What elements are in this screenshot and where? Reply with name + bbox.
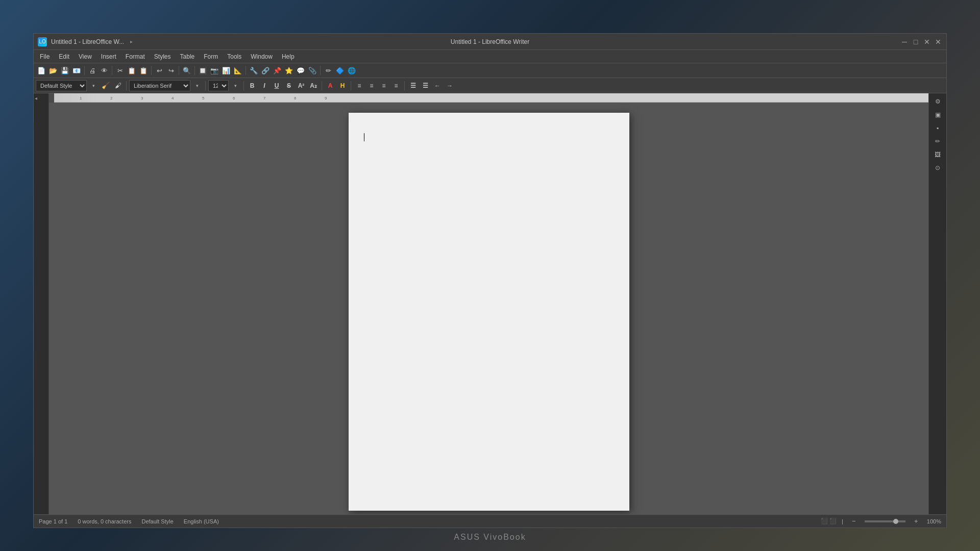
- toolbar-separator-5: [194, 66, 195, 75]
- align-left-button[interactable]: ≡: [354, 80, 365, 91]
- font-color-button[interactable]: A: [325, 80, 336, 91]
- edit-panel-button[interactable]: ✏: [932, 135, 944, 147]
- menu-tools[interactable]: Tools: [223, 52, 246, 62]
- word-count: 0 words, 0 characters: [78, 518, 131, 524]
- styles-panel-button[interactable]: ▪: [932, 122, 944, 134]
- view-mode-icons: ⬛ ⬛: [821, 518, 837, 524]
- open-button[interactable]: 📂: [47, 65, 59, 76]
- style-select[interactable]: Default Style: [36, 80, 87, 91]
- menu-file[interactable]: File: [36, 52, 54, 62]
- format-separator-2: [205, 81, 206, 90]
- highlight-color-button[interactable]: H: [337, 80, 348, 91]
- underline-button[interactable]: U: [271, 80, 282, 91]
- draw-pen-button[interactable]: ✏: [323, 65, 334, 76]
- navigator-button[interactable]: ⊙: [932, 162, 944, 174]
- clip-button[interactable]: 📎: [307, 65, 318, 76]
- pages-button[interactable]: ▣: [932, 109, 944, 121]
- indent-dec-button[interactable]: ←: [432, 80, 443, 91]
- zoom-slider[interactable]: [865, 520, 905, 522]
- find-button[interactable]: 🔍: [181, 65, 192, 76]
- toolbar-separator-4: [179, 66, 179, 75]
- svg-text:9: 9: [325, 96, 327, 101]
- svg-text:5: 5: [202, 96, 205, 101]
- menu-styles[interactable]: Styles: [150, 52, 175, 62]
- new-button[interactable]: 📄: [36, 65, 47, 76]
- globe-button[interactable]: 🌐: [346, 65, 357, 76]
- align-right-button[interactable]: ≡: [378, 80, 389, 91]
- preview-button[interactable]: 👁: [99, 65, 110, 76]
- svg-text:6: 6: [233, 96, 235, 101]
- strikethrough-button[interactable]: S: [283, 80, 295, 91]
- app-icon-label: LO: [39, 39, 45, 44]
- document-page[interactable]: [349, 113, 629, 511]
- chart-button[interactable]: 📊: [220, 65, 232, 76]
- indent-inc-button[interactable]: →: [444, 80, 455, 91]
- link-button[interactable]: 🔗: [260, 65, 271, 76]
- status-separator: |: [842, 518, 843, 524]
- star-button[interactable]: ⭐: [283, 65, 295, 76]
- font-more-btn[interactable]: ▾: [191, 80, 203, 91]
- redo-button[interactable]: ↪: [165, 65, 177, 76]
- toolbar-separator-7: [320, 66, 321, 75]
- tools-button[interactable]: 🔧: [248, 65, 259, 76]
- svg-text:3: 3: [141, 96, 143, 101]
- clear-format-btn[interactable]: 🧹: [100, 80, 111, 91]
- sidebar-left: ◂: [34, 93, 49, 514]
- menu-window[interactable]: Window: [247, 52, 277, 62]
- numbering-button[interactable]: ☰: [420, 80, 431, 91]
- menu-form[interactable]: Form: [200, 52, 222, 62]
- doc-scroll[interactable]: [49, 103, 928, 514]
- ruler-inner: 1 2 3 4 5 6 7 8 9: [54, 93, 928, 102]
- close-x-button[interactable]: ✕: [934, 38, 942, 46]
- image-button[interactable]: 📷: [209, 65, 220, 76]
- doc-area: 1 2 3 4 5 6 7 8 9: [49, 93, 928, 514]
- undo-button[interactable]: ↩: [154, 65, 165, 76]
- cut-button[interactable]: ✂: [114, 65, 126, 76]
- window-controls: ─ □ ✕ ✕: [900, 38, 942, 46]
- subscript-button[interactable]: A₂: [308, 80, 319, 91]
- page-count: Page 1 of 1: [39, 518, 67, 524]
- save-button[interactable]: 💾: [59, 65, 70, 76]
- status-bar: Page 1 of 1 0 words, 0 characters Defaul…: [34, 514, 946, 528]
- superscript-button[interactable]: A²: [296, 80, 307, 91]
- bookmark-button[interactable]: 📌: [272, 65, 283, 76]
- sidebar-toggle[interactable]: ◂: [34, 93, 48, 103]
- copy-button[interactable]: 📋: [126, 65, 137, 76]
- menu-view[interactable]: View: [75, 52, 96, 62]
- zoom-out-button[interactable]: −: [848, 516, 860, 527]
- properties-button[interactable]: ⚙: [932, 95, 944, 108]
- menu-table[interactable]: Table: [176, 52, 199, 62]
- zoom-in-button[interactable]: +: [911, 516, 922, 527]
- menu-insert[interactable]: Insert: [97, 52, 120, 62]
- style-more-btn[interactable]: ▾: [88, 80, 99, 91]
- align-justify-button[interactable]: ≡: [390, 80, 402, 91]
- menu-format[interactable]: Format: [121, 52, 149, 62]
- bold-button[interactable]: B: [247, 80, 258, 91]
- italic-button[interactable]: I: [259, 80, 270, 91]
- paste-button[interactable]: 📋: [138, 65, 149, 76]
- size-select[interactable]: 12: [208, 80, 229, 91]
- align-center-button[interactable]: ≡: [366, 80, 377, 91]
- images-panel-button[interactable]: 🖼: [932, 148, 944, 161]
- shape-button[interactable]: 🔷: [334, 65, 346, 76]
- draw-button[interactable]: 📐: [232, 65, 243, 76]
- window-title: Untitled 1 - LibreOffice W...: [51, 38, 124, 45]
- table-button[interactable]: 🔲: [197, 65, 208, 76]
- email-button[interactable]: 📧: [71, 65, 82, 76]
- format-separator-5: [351, 81, 351, 90]
- title-bar-left: LO Untitled 1 - LibreOffice W... ▸: [38, 37, 133, 46]
- asus-vivobook-label: ASUS VivoBook: [454, 533, 526, 542]
- paint-format-btn[interactable]: 🖌: [112, 80, 124, 91]
- menu-edit[interactable]: Edit: [55, 52, 74, 62]
- font-select[interactable]: Liberation Serif: [129, 80, 190, 91]
- doc-style: Default Style: [141, 518, 173, 524]
- comment-button[interactable]: 💬: [295, 65, 306, 76]
- bullets-button[interactable]: ☰: [407, 80, 419, 91]
- zoom-thumb: [893, 519, 898, 524]
- maximize-button[interactable]: □: [912, 38, 920, 46]
- close-button[interactable]: ✕: [923, 38, 931, 46]
- minimize-button[interactable]: ─: [900, 38, 909, 46]
- print-button[interactable]: 🖨: [87, 65, 98, 76]
- menu-help[interactable]: Help: [278, 52, 299, 62]
- size-more-btn[interactable]: ▾: [230, 80, 241, 91]
